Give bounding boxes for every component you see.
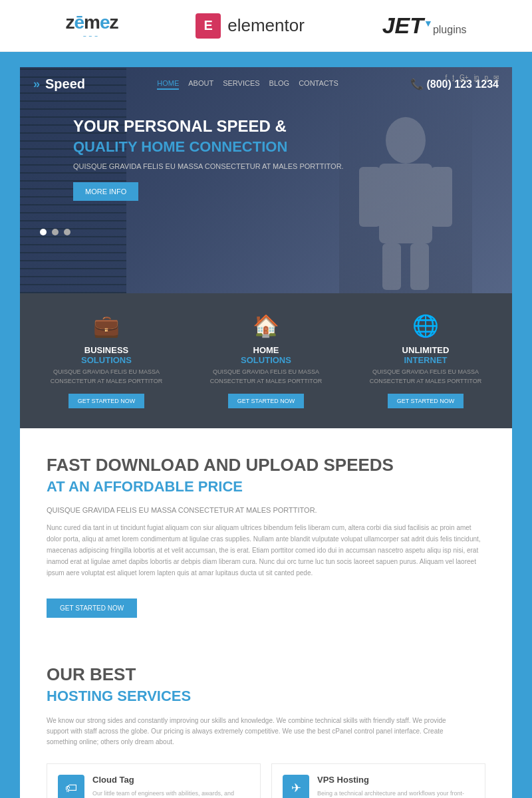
internet-get-started-button[interactable]: GET STARTED NOW [388,394,464,408]
nav-blog[interactable]: BLOG [269,79,290,90]
twitter-icon[interactable]: t [452,74,454,81]
speed-body: Nunc cured dia tant in ut tincidunt fugi… [47,522,485,579]
linkedin-icon[interactable]: in [474,74,479,81]
vps-icon: ✈ [283,775,309,798]
speed-desc: QUISQUE GRAVIDA FELIS EU MASSA CONSECTET… [47,506,485,514]
brand-name: Speed [45,76,85,92]
dot-1[interactable] [40,229,47,235]
brand-icon: » [33,77,40,91]
email-icon[interactable]: ✉ [493,74,499,81]
dot-2[interactable] [52,229,59,235]
svg-rect-4 [382,243,401,290]
hosting-cards-grid: 🏷 Cloud Tag Our little team of engineers… [47,763,485,798]
cloud-tag-icon-1: 🏷 [58,775,84,798]
card-title-1: Cloud Tag [92,775,249,785]
dot-3[interactable] [64,229,70,235]
card-title-2: VPS Hosting [317,775,474,785]
svg-rect-5 [410,243,429,290]
pinterest-icon[interactable]: p [484,74,488,81]
hero-title: YOUR PERSONAL SPEED & [73,117,492,136]
more-info-button[interactable]: MORE INFO [73,182,138,201]
phone-icon: 📞 [410,78,424,90]
nav-about[interactable]: ABOUT [188,79,213,90]
card-vps-hosting: ✈ VPS Hosting Being a technical architec… [271,763,485,798]
home-get-started-button[interactable]: GET STARTED NOW [228,394,305,408]
services-bar: 💼 BUSINESSSOLUTIONS QUISQUE GRAVIDA FELI… [20,293,512,428]
hero-desc: QUISQUE GRAVIDA FELIS EU MASSA CONSECTET… [73,162,492,170]
service-internet-desc: QUISQUE GRAVIDA FELIS EU MASSA CONSECTET… [352,368,499,386]
card-body-2: VPS Hosting Being a technical architectu… [317,775,474,798]
service-internet-subtitle: INTERNET [352,355,499,365]
logo-elementor: E elementor [196,13,305,39]
business-icon: 💼 [33,313,180,338]
service-internet: 🌐 UNLIMITEDINTERNET QUISQUE GRAVIDA FELI… [352,313,499,408]
top-bar: zēmez ~~~ E elementor JET▼plugins [0,0,532,52]
google-icon[interactable]: G+ [460,74,469,81]
service-home: 🏠 HOMESOLUTIONS QUISQUE GRAVIDA FELIS EU… [193,313,339,408]
business-get-started-button[interactable]: GET STARTED NOW [68,394,145,408]
hero-subtitle: QUALITY HOME CONNECTION [73,138,492,156]
nav-home[interactable]: HOME [157,79,179,90]
card-body-1: Cloud Tag Our little team of engineers w… [92,775,249,798]
service-home-subtitle: SOLUTIONS [193,355,339,365]
card-desc-1: Our little team of engineers with abilit… [92,789,249,798]
elementor-text: elementor [227,15,305,36]
service-internet-title: UNLIMITEDINTERNET [352,345,499,365]
hero-content: YOUR PERSONAL SPEED & QUALITY HOME CONNE… [20,97,512,221]
speed-section: FAST DOWNLOAD AND UPLOAD SPEEDS AT AN AF… [20,428,512,644]
logo-jet: JET▼plugins [382,13,467,39]
speed-get-started-button[interactable]: GET STARTED NOW [47,598,137,618]
jet-text: JET [382,13,424,38]
service-business: 💼 BUSINESSSOLUTIONS QUISQUE GRAVIDA FELI… [33,313,180,408]
service-home-desc: QUISQUE GRAVIDA FELIS EU MASSA CONSECTET… [193,368,339,386]
plugins-text: plugins [433,24,467,35]
service-business-desc: QUISQUE GRAVIDA FELIS EU MASSA CONSECTET… [33,368,180,386]
main-wrapper: f t G+ in p ✉ » Speed HOME ABOUT SERVICE… [20,67,512,798]
nav-services[interactable]: SERVICES [223,79,259,90]
internet-icon: 🌐 [352,313,499,338]
service-business-title: BUSINESSSOLUTIONS [33,345,180,365]
hero-brand: » Speed [33,76,85,92]
facebook-icon[interactable]: f [445,74,447,81]
elementor-icon: E [196,13,221,39]
card-desc-2: Being a technical architecture and workf… [317,789,474,798]
hero-nav: » Speed HOME ABOUT SERVICES BLOG CONTACT… [20,67,512,97]
hosting-title: OUR BEST [47,664,485,685]
hosting-subtitle: HOSTING SERVICES [47,688,485,705]
hosting-section: OUR BEST HOSTING SERVICES We know our st… [20,644,512,798]
hosting-intro: We know our strong sides and constantly … [47,716,459,747]
nav-contacts[interactable]: CONTACTS [299,79,338,90]
logo-zemes: zēmez ~~~ [65,12,118,39]
hero-social-links: f t G+ in p ✉ [445,74,499,81]
hero-dots [20,221,512,243]
home-icon: 🏠 [193,313,339,338]
hero-section: f t G+ in p ✉ » Speed HOME ABOUT SERVICE… [20,67,512,293]
service-home-title: HOMESOLUTIONS [193,345,339,365]
speed-subtitle: AT AN AFFORDABLE PRICE [47,478,485,495]
hero-menu: HOME ABOUT SERVICES BLOG CONTACTS [157,79,338,90]
card-cloud-tag-1: 🏷 Cloud Tag Our little team of engineers… [47,763,261,798]
speed-title: FAST DOWNLOAD AND UPLOAD SPEEDS [47,455,485,475]
service-business-subtitle: SOLUTIONS [33,355,180,365]
divider [0,52,532,54]
